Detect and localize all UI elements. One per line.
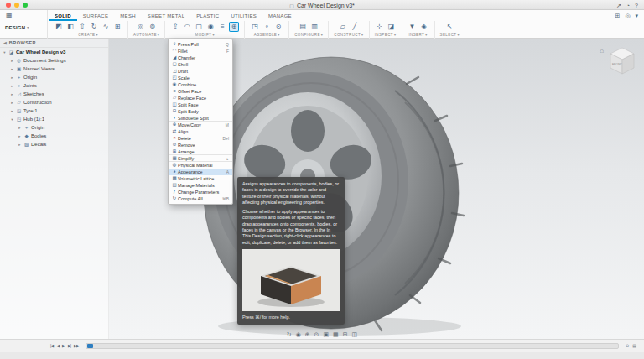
configuration-table-icon[interactable]: ▥: [309, 22, 319, 32]
browser-item-construction[interactable]: ▸ ▱ Construction: [0, 98, 108, 107]
zoom-icon[interactable]: ⊙: [314, 331, 319, 337]
fit-icon[interactable]: ▣: [323, 331, 329, 337]
insert-mesh-icon[interactable]: ▼: [408, 22, 418, 32]
measure-icon[interactable]: ⊹: [375, 22, 385, 32]
viewcube-front-label[interactable]: FRONT: [612, 63, 622, 66]
expander-icon[interactable]: ▸: [10, 101, 14, 105]
menu-item-combine[interactable]: ◉ Combine: [169, 81, 232, 88]
construction-plane-icon[interactable]: ▱: [338, 22, 348, 32]
expander-icon[interactable]: ▸: [10, 67, 14, 71]
expander-icon[interactable]: ▾: [10, 117, 14, 122]
toolbar-group-automate-dropdown[interactable]: AUTOMATE ▾: [133, 33, 159, 37]
joint-icon[interactable]: ∘: [262, 22, 272, 32]
grid-snap-icon[interactable]: ⊞: [343, 331, 348, 337]
toolbar-group-inspect-dropdown[interactable]: INSPECT ▾: [375, 33, 397, 37]
design-workspace-dropdown[interactable]: DESIGN ▾: [5, 25, 29, 30]
collapse-browser-icon[interactable]: ◀: [3, 40, 7, 45]
menu-item-remove[interactable]: ⊘ Remove: [169, 142, 232, 148]
collapse-ribbon-icon[interactable]: ▾: [635, 13, 638, 18]
browser-item-root[interactable]: ▾ ◪ Car Wheel Design v3: [0, 48, 108, 56]
tab-surface[interactable]: SURFACE: [77, 10, 114, 21]
menu-item-chamfer[interactable]: ◢ Chamfer: [169, 55, 232, 61]
orbit-icon[interactable]: ↻: [287, 331, 292, 337]
menu-item-offset-face[interactable]: ≡ Offset Face: [169, 88, 232, 95]
browser-item-origin[interactable]: ▸ + Origin: [0, 73, 108, 81]
menu-item-scale[interactable]: ◰ Scale: [169, 75, 232, 81]
browser-item-named-views[interactable]: ▸ ▣ Named Views: [0, 65, 108, 73]
menu-item-move-copy[interactable]: ⊕ Move/Copy M: [169, 122, 232, 128]
browser-item-sketches[interactable]: ▸ ◿ Sketches: [0, 90, 108, 98]
automate-icon[interactable]: ◎: [136, 22, 146, 32]
sweep-icon[interactable]: ∿: [101, 22, 111, 32]
scripts-addins-icon[interactable]: ⊚: [148, 22, 158, 32]
menu-item-align[interactable]: ⇄ Align: [169, 128, 232, 135]
browser-item-hub-decals[interactable]: ▸ ▧ Decals: [0, 140, 108, 148]
section-analysis-icon[interactable]: ◪: [387, 22, 397, 32]
expander-icon[interactable]: ▸: [18, 143, 22, 147]
tab-solid[interactable]: SOLID: [49, 10, 77, 21]
menu-item-split-face[interactable]: ◫ Split Face: [169, 101, 232, 108]
go-to-end-icon[interactable]: ▶▶: [74, 344, 79, 348]
menu-item-split-body[interactable]: ⊟ Split Body: [169, 108, 232, 115]
expander-icon[interactable]: ▾: [3, 50, 7, 55]
tab-plastic[interactable]: PLASTIC: [190, 10, 225, 21]
shell-icon[interactable]: ▢: [194, 22, 204, 32]
go-to-start-icon[interactable]: |◀: [50, 344, 53, 348]
as-built-joint-icon[interactable]: ⊙: [273, 22, 283, 32]
configuration-icon[interactable]: ▤: [298, 22, 308, 32]
tab-sheet-metal[interactable]: SHEET METAL: [142, 10, 190, 21]
toolbar-group-insert-dropdown[interactable]: INSERT ▾: [408, 33, 427, 37]
browser-item-document-settings[interactable]: ▸ ◎ Document Settings: [0, 56, 108, 65]
menu-item-change-parameters[interactable]: ƒ Change Parameters: [169, 189, 232, 195]
combine-icon[interactable]: ◉: [205, 22, 216, 32]
expander-icon[interactable]: ▸: [10, 92, 14, 96]
toolbar-group-configure-dropdown[interactable]: CONFIGURE ▾: [294, 33, 323, 37]
timeline-track[interactable]: [86, 343, 619, 349]
browser-item-hub-bodies[interactable]: ▸ ◆ Bodies: [0, 132, 108, 140]
select-tool-icon[interactable]: ↖: [444, 22, 454, 32]
toolbar-group-create-dropdown[interactable]: CREATE ▾: [78, 33, 98, 37]
toolbar-group-construct-dropdown[interactable]: CONSTRUCT ▾: [334, 33, 363, 37]
menu-item-replace-face[interactable]: ▱ Replace Face: [169, 95, 232, 101]
menu-item-delete[interactable]: × Delete Del: [169, 135, 232, 142]
menu-item-manage-materials[interactable]: ▤ Manage Materials: [169, 182, 232, 189]
construction-axis-icon[interactable]: ╱: [350, 22, 360, 32]
pattern-icon[interactable]: ⊞: [112, 22, 122, 32]
view-cube[interactable]: FRONT: [607, 45, 637, 75]
display-settings-icon[interactable]: ▦: [333, 331, 339, 337]
menu-item-physical-material[interactable]: ◍ Physical Material: [169, 162, 232, 169]
new-component-icon[interactable]: ◳: [250, 22, 260, 32]
tab-manage[interactable]: MANAGE: [262, 10, 298, 21]
toolbar-group-select-dropdown[interactable]: SELECT ▾: [440, 33, 460, 37]
menu-item-compute-all[interactable]: ↻ Compute All ⌘B: [169, 195, 232, 202]
press-pull-icon[interactable]: ⇪: [170, 22, 180, 32]
pan-icon[interactable]: ⊕: [305, 331, 310, 337]
viewports-icon[interactable]: ◫: [352, 331, 358, 337]
look-at-icon[interactable]: ◉: [296, 331, 301, 337]
menu-item-silhouette-split[interactable]: ◖ Silhouette Split: [169, 115, 232, 122]
insert-derive-icon[interactable]: ◈: [419, 22, 429, 32]
step-forward-icon[interactable]: ▶|: [68, 344, 70, 348]
extensions-icon[interactable]: ⊞: [615, 13, 621, 18]
menu-item-press-pull[interactable]: ⇪ Press Pull Q: [169, 41, 232, 48]
expander-icon[interactable]: ▸: [18, 134, 22, 138]
expander-icon[interactable]: ▸: [10, 59, 14, 63]
fillet-icon[interactable]: ◠: [182, 22, 192, 32]
tab-mesh[interactable]: MESH: [114, 10, 142, 21]
home-view-icon[interactable]: ⌂: [600, 47, 604, 55]
share-icon[interactable]: ↗: [616, 3, 621, 8]
offset-face-icon[interactable]: ≡: [217, 22, 227, 32]
app-launcher-icon[interactable]: ▦: [6, 12, 13, 18]
browser-item-hub-origin[interactable]: ▸ + Origin: [0, 123, 108, 132]
menu-item-appearance[interactable]: ◕ Appearance A: [169, 169, 232, 175]
move-copy-icon[interactable]: ⊕: [229, 22, 239, 32]
help-icon[interactable]: ?: [635, 3, 638, 8]
expander-icon[interactable]: ▸: [10, 109, 14, 113]
menu-item-simplify[interactable]: ▦ Simplify ▸: [169, 155, 232, 162]
play-icon[interactable]: ▶: [62, 344, 65, 348]
timeline-options-icon[interactable]: ▤: [632, 344, 636, 348]
toolbar-group-assemble-dropdown[interactable]: ASSEMBLE ▾: [254, 33, 280, 37]
expander-icon[interactable]: ▸: [10, 84, 14, 88]
tab-utilities[interactable]: UTILITIES: [225, 10, 262, 21]
notifications-icon[interactable]: ◎: [625, 13, 630, 18]
